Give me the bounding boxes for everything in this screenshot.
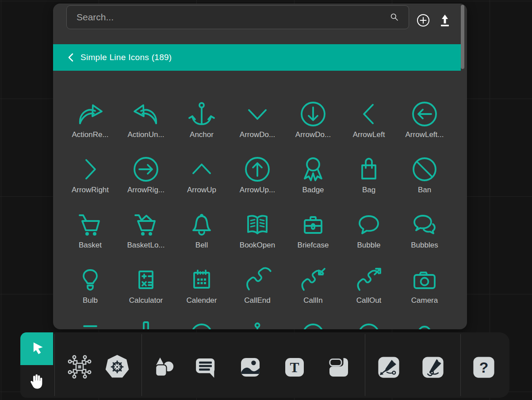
icon-label: Bulb xyxy=(83,296,98,305)
frag-arc-small-icon xyxy=(410,321,439,329)
call-in-icon xyxy=(299,266,327,294)
icon-grid-item[interactable]: Basket xyxy=(62,210,118,266)
sticky-note-icon xyxy=(326,355,351,380)
arrow-left-circle-icon xyxy=(410,100,439,128)
icon-grid-item[interactable]: Calculator xyxy=(118,266,174,321)
icon-grid-item[interactable]: Calender xyxy=(174,266,230,321)
icon-label: Bell xyxy=(195,241,208,250)
comment-icon xyxy=(193,355,218,380)
network-diagram-tool-button[interactable] xyxy=(65,353,94,381)
upload-button[interactable] xyxy=(438,13,452,27)
kubernetes-tool-button[interactable] xyxy=(103,353,131,381)
icon-grid-item[interactable]: BookOpen xyxy=(230,210,285,266)
action-redo-icon xyxy=(76,100,104,128)
comment-tool-button[interactable] xyxy=(193,355,218,380)
pan-tool-button[interactable] xyxy=(20,365,53,398)
icon-label: Ban xyxy=(418,186,431,194)
frag-dot-icon xyxy=(243,321,272,329)
camera-icon xyxy=(410,266,439,294)
library-section-header: Simple Line Icons (189) xyxy=(53,44,461,71)
icon-grid-item[interactable]: Bubbles xyxy=(397,210,452,266)
icon-label: ArrowLeft xyxy=(353,130,385,139)
icon-grid-item[interactable]: ArrowUp xyxy=(174,155,230,210)
toolbar-divider xyxy=(54,334,55,396)
icon-grid-item[interactable]: CallOut xyxy=(341,266,397,321)
pen-arrow-icon xyxy=(377,355,401,379)
icon-grid-item[interactable]: BasketLo... xyxy=(118,210,174,266)
bulb-icon xyxy=(76,266,104,294)
icon-grid-item[interactable]: Bell xyxy=(174,210,230,266)
icon-grid-item[interactable]: Bag xyxy=(341,155,397,210)
shapes-icon xyxy=(152,354,177,380)
icon-label: ArrowUp... xyxy=(240,186,275,194)
icon-grid-item[interactable]: Ban xyxy=(397,155,452,210)
icon-grid-item[interactable]: CallEnd xyxy=(230,266,285,321)
icon-grid-item[interactable]: Anchor xyxy=(174,100,230,155)
icon-grid-item[interactable]: Bubble xyxy=(341,210,397,266)
basket-icon xyxy=(76,210,104,239)
icon-label: CallOut xyxy=(356,296,382,305)
icon-grid-item[interactable]: Bulb xyxy=(62,266,118,321)
icon-grid-item-partial[interactable] xyxy=(397,321,452,329)
icon-label: BasketLo... xyxy=(127,241,165,250)
ban-icon xyxy=(410,155,439,183)
icon-label: ActionRe... xyxy=(72,130,108,139)
calculator-icon xyxy=(132,266,160,294)
text-tool-button[interactable]: T xyxy=(282,355,307,380)
icon-grid-item-partial[interactable] xyxy=(118,321,174,329)
icon-grid-item-partial[interactable] xyxy=(285,321,341,329)
icon-grid-item[interactable]: ArrowRig... xyxy=(118,155,174,210)
shapes-tool-button[interactable] xyxy=(152,354,177,380)
svg-text:T: T xyxy=(290,360,299,375)
icon-grid-item[interactable]: ActionUn... xyxy=(118,100,174,155)
call-out-icon xyxy=(355,266,383,294)
icon-grid-item[interactable]: ArrowDo... xyxy=(230,100,285,155)
icon-label: Briefcase xyxy=(298,241,329,250)
select-tool-button[interactable] xyxy=(20,332,53,365)
help-tool-button[interactable]: ? xyxy=(472,355,496,379)
icon-label: ActionUn... xyxy=(127,130,164,139)
add-library-button[interactable] xyxy=(416,13,430,27)
image-tool-button[interactable] xyxy=(238,355,263,380)
frag-bar-icon xyxy=(132,321,160,329)
icon-grid-item[interactable]: Camera xyxy=(397,266,452,321)
icon-grid-item-partial[interactable] xyxy=(174,321,230,329)
freehand-draw-tool-button[interactable] xyxy=(421,355,445,379)
toolbar-divider xyxy=(365,334,365,396)
icon-grid-item-partial[interactable] xyxy=(62,321,118,329)
icon-grid-item[interactable]: ArrowRight xyxy=(62,155,118,210)
app-canvas[interactable]: { "colors": { "accent_teal": "#00ab97", … xyxy=(0,0,532,400)
arrow-up-circle-icon xyxy=(243,155,272,183)
kubernetes-icon xyxy=(103,353,131,381)
icon-label: ArrowRig... xyxy=(127,186,165,194)
icon-grid-item[interactable]: ArrowUp... xyxy=(230,155,285,210)
icon-grid-item[interactable]: ArrowDo... xyxy=(285,100,341,155)
sticky-note-tool-button[interactable] xyxy=(326,355,351,380)
arrow-left-icon xyxy=(355,100,383,128)
icon-grid-item[interactable]: Badge xyxy=(285,155,341,210)
bottom-toolbar: T? xyxy=(20,332,509,398)
bag-icon xyxy=(355,155,383,183)
briefcase-icon xyxy=(299,210,327,239)
toolbar-divider xyxy=(460,334,461,396)
icon-grid-item[interactable]: Briefcase xyxy=(285,210,341,266)
icon-label: Calender xyxy=(187,296,217,305)
text-icon: T xyxy=(282,355,307,380)
icon-grid-item-partial[interactable] xyxy=(230,321,285,329)
icon-grid-item-partial[interactable] xyxy=(341,321,397,329)
icon-label: Calculator xyxy=(129,296,163,305)
cursor-icon xyxy=(27,339,47,359)
icon-grid-item[interactable]: ArrowLeft... xyxy=(397,100,452,155)
section-title: Simple Line Icons (189) xyxy=(80,53,172,62)
icon-grid-item[interactable]: ActionRe... xyxy=(62,100,118,155)
question-icon: ? xyxy=(472,355,496,379)
bubble-icon xyxy=(355,210,383,239)
icon-grid-item[interactable]: ArrowLeft xyxy=(341,100,397,155)
icon-label: ArrowRight xyxy=(72,186,109,194)
icon-grid-item[interactable]: CallIn xyxy=(285,266,341,321)
connector-pen-tool-button[interactable] xyxy=(377,355,401,379)
back-button[interactable] xyxy=(67,53,74,62)
icon-library-panel: Simple Line Icons (189) ActionRe...Actio… xyxy=(53,4,467,329)
scrollbar-thumb[interactable] xyxy=(461,5,464,69)
search-input[interactable] xyxy=(66,5,409,29)
